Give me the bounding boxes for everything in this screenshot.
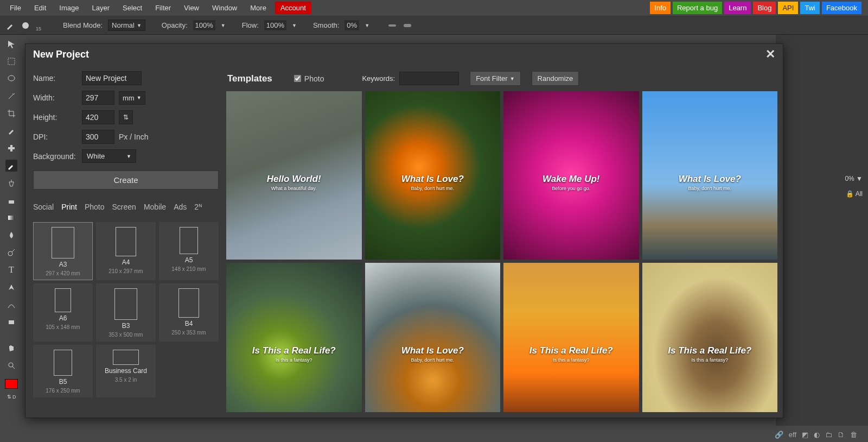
menu-window[interactable]: Window — [206, 1, 244, 15]
preset-b3[interactable]: B3353 x 500 mm — [96, 283, 156, 342]
badge-blog[interactable]: Blog — [753, 2, 776, 14]
template-card-7[interactable]: Is This a Real Life?Is this a fantasy? — [642, 263, 778, 412]
menu-select[interactable]: Select — [116, 1, 149, 15]
preset-business-card[interactable]: Business Card3.5 x 2 in — [96, 345, 156, 397]
swap-colors-label[interactable]: ⇅ D — [7, 394, 16, 400]
width-input[interactable] — [82, 91, 114, 105]
menu-layer[interactable]: Layer — [86, 1, 117, 15]
menu-view[interactable]: View — [177, 1, 206, 15]
preset-tab-photo[interactable]: Photo — [85, 201, 105, 212]
lasso-tool-icon[interactable] — [5, 73, 17, 85]
shape-tool-icon[interactable] — [5, 316, 17, 328]
preset-tabs: SocialPrintPhotoScreenMobileAds2ᴺ — [33, 201, 219, 212]
pen-tool-icon[interactable] — [5, 281, 17, 293]
smooth-drop-icon[interactable]: ▼ — [365, 23, 369, 28]
eraser-tool-icon[interactable] — [5, 194, 17, 206]
pressure-size-icon[interactable] — [403, 21, 413, 30]
smooth-label: Smooth: — [313, 21, 339, 29]
panel-lock-all[interactable]: 🔒 All — [846, 190, 863, 198]
badge-facebook[interactable]: Facebook — [822, 2, 861, 14]
opacity-value[interactable]: 100% — [193, 20, 215, 30]
menu-image[interactable]: Image — [53, 1, 85, 15]
path-tool-icon[interactable] — [5, 299, 17, 311]
close-icon[interactable]: ✕ — [765, 47, 775, 61]
template-card-5[interactable]: What Is Love?Baby, don't hurt me. — [365, 263, 501, 412]
template-card-6[interactable]: Is This a Real Life?Is this a fantasy? — [503, 263, 639, 412]
randomize-button[interactable]: Randomize — [532, 71, 579, 86]
template-card-3[interactable]: What Is Love?Baby, don't hurt me. — [642, 91, 778, 260]
badge-report-bug[interactable]: Report a bug — [673, 2, 722, 14]
panel-opacity-value[interactable]: 0% ▼ — [845, 175, 863, 182]
brush-preview-icon[interactable] — [5, 21, 15, 30]
hand-tool-icon[interactable] — [5, 342, 17, 354]
preset-a6[interactable]: A6105 x 148 mm — [33, 283, 93, 342]
create-button[interactable]: Create — [33, 171, 219, 190]
template-card-1[interactable]: What Is Love?Baby, don't hurt me. — [365, 91, 501, 260]
menu-filter[interactable]: Filter — [149, 1, 177, 15]
template-card-2[interactable]: Wake Me Up!Before you go go. — [503, 91, 639, 260]
badge-twitter[interactable]: Twi — [800, 2, 820, 14]
badge-info[interactable]: Info — [650, 2, 671, 14]
brush-tool-icon[interactable] — [5, 160, 17, 172]
preset-b4[interactable]: B4250 x 353 mm — [159, 283, 219, 342]
photo-checkbox[interactable]: Photo — [294, 74, 324, 83]
menu-more[interactable]: More — [244, 1, 273, 15]
marquee-tool-icon[interactable] — [5, 55, 17, 67]
folder-icon[interactable]: 🗀 — [825, 431, 832, 439]
preset-tab-print[interactable]: Print — [61, 201, 77, 212]
preset-tab-ads[interactable]: Ads — [174, 201, 187, 212]
font-filter-button[interactable]: Font Filter ▼ — [470, 71, 520, 86]
pressure-opacity-icon[interactable] — [388, 21, 398, 30]
keywords-input[interactable] — [399, 72, 459, 85]
unit-select[interactable]: mm ▼ — [119, 91, 145, 105]
blend-mode-select[interactable]: Normal▼ — [108, 20, 145, 31]
svg-point-9 — [8, 251, 12, 256]
preset-b5[interactable]: B5176 x 250 mm — [33, 345, 93, 397]
brush-tip-icon[interactable] — [21, 21, 30, 30]
svg-rect-1 — [388, 24, 396, 27]
dialog-settings: Name: Width: mm ▼ Height: ⇅ DPI: Px / In… — [25, 65, 226, 418]
menu-edit[interactable]: Edit — [28, 1, 53, 15]
wand-tool-icon[interactable] — [5, 90, 17, 102]
opacity-drop-icon[interactable]: ▼ — [221, 23, 226, 28]
preset-tab-social[interactable]: Social — [33, 201, 54, 212]
gradient-tool-icon[interactable] — [5, 212, 17, 224]
mask-icon[interactable]: ◩ — [802, 431, 808, 439]
clone-tool-icon[interactable] — [5, 177, 17, 189]
preset-a5[interactable]: A5148 x 210 mm — [159, 222, 219, 280]
eff-label[interactable]: eff — [789, 431, 796, 439]
menu-account[interactable]: Account — [275, 2, 311, 14]
new-layer-icon[interactable]: 🗋 — [838, 431, 845, 439]
height-input[interactable] — [82, 110, 114, 124]
background-select[interactable]: White▼ — [82, 149, 136, 163]
eyedropper-tool-icon[interactable] — [5, 125, 17, 137]
swap-wh-button[interactable]: ⇅ — [119, 110, 133, 124]
trash-icon[interactable]: 🗑 — [850, 431, 857, 439]
flow-value[interactable]: 100% — [264, 20, 286, 30]
preset-a3[interactable]: A3297 x 420 mm — [33, 222, 93, 280]
badge-learn[interactable]: Learn — [724, 2, 751, 14]
adjustment-icon[interactable]: ◐ — [814, 431, 820, 439]
zoom-tool-icon[interactable] — [5, 359, 17, 371]
menubar: File Edit Image Layer Select Filter View… — [0, 0, 868, 16]
badge-api[interactable]: API — [778, 2, 798, 14]
flow-drop-icon[interactable]: ▼ — [292, 23, 297, 28]
blur-tool-icon[interactable] — [5, 229, 17, 241]
dodge-tool-icon[interactable] — [5, 247, 17, 258]
link-icon[interactable]: 🔗 — [775, 431, 783, 439]
color-swatch[interactable] — [5, 379, 18, 389]
template-card-4[interactable]: Is This a Real Life?Is this a fantasy? — [226, 263, 362, 412]
preset-tab-screen[interactable]: Screen — [112, 201, 136, 212]
preset-a4[interactable]: A4210 x 297 mm — [96, 222, 156, 280]
crop-tool-icon[interactable] — [5, 108, 17, 119]
name-input[interactable] — [82, 71, 142, 85]
move-tool-icon[interactable] — [5, 38, 17, 50]
healing-tool-icon[interactable] — [5, 142, 17, 154]
menu-file[interactable]: File — [3, 1, 28, 15]
preset-tab-2ᴺ[interactable]: 2ᴺ — [194, 201, 202, 212]
smooth-value[interactable]: 0% — [344, 20, 359, 30]
type-tool-icon[interactable]: T — [5, 264, 17, 276]
dpi-input[interactable] — [82, 130, 114, 144]
preset-tab-mobile[interactable]: Mobile — [144, 201, 166, 212]
template-card-0[interactable]: Hello World!What a beautiful day. — [226, 91, 362, 260]
